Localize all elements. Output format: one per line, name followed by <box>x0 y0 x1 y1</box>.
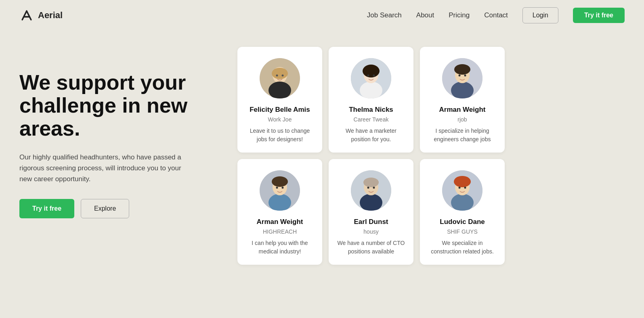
svg-point-23 <box>282 187 284 189</box>
svg-point-29 <box>373 187 375 189</box>
svg-point-19 <box>269 194 291 211</box>
card-company: HIGHREACH <box>263 228 297 235</box>
svg-point-5 <box>282 75 284 77</box>
card-name: Thelma Nicks <box>349 106 393 114</box>
header: Aerial Job Search About Pricing Contact … <box>0 0 644 31</box>
card-desc: We have a marketer position for you. <box>336 127 406 144</box>
card-avatar <box>442 58 482 98</box>
card-company: Work Joe <box>268 116 292 123</box>
hero-buttons: Try it free Explore <box>19 199 221 218</box>
svg-point-13 <box>451 82 474 98</box>
card-desc: I can help you with the medical industry… <box>245 239 315 256</box>
card-name: Earl Dunst <box>354 218 388 226</box>
card-company: housy <box>363 228 378 235</box>
card-avatar <box>260 170 300 211</box>
card-company: SHIF GUYS <box>447 228 477 235</box>
svg-point-3 <box>272 68 288 79</box>
svg-point-17 <box>464 75 466 77</box>
svg-point-27 <box>363 178 379 187</box>
svg-point-25 <box>360 194 382 211</box>
svg-point-34 <box>459 187 461 189</box>
svg-point-2 <box>269 82 291 98</box>
card-avatar <box>442 170 482 211</box>
try-it-free-nav-button[interactable]: Try it free <box>573 8 625 23</box>
svg-point-35 <box>464 187 466 189</box>
svg-point-16 <box>459 75 461 77</box>
svg-point-31 <box>451 194 474 211</box>
card-company: Career Tweak <box>354 116 389 123</box>
card-company: rjob <box>457 116 467 123</box>
card-desc: Leave it to us to change jobs for design… <box>245 127 315 144</box>
card-name: Arman Weight <box>439 106 486 114</box>
svg-point-7 <box>360 82 382 98</box>
main-nav: Job Search About Pricing Contact Login T… <box>367 7 625 23</box>
card-desc: We have a number of CTO positions availa… <box>336 239 406 256</box>
svg-point-21 <box>272 176 288 187</box>
card-name: Felicity Belle Amis <box>250 106 310 114</box>
card-avatar <box>260 58 300 98</box>
nav-pricing[interactable]: Pricing <box>449 11 470 19</box>
card-name: Ludovic Dane <box>440 218 485 226</box>
card-avatar <box>351 170 391 211</box>
explore-button[interactable]: Explore <box>81 199 129 218</box>
card-card-1[interactable]: Felicity Belle Amis Work Joe Leave it to… <box>237 47 322 153</box>
svg-point-28 <box>367 187 369 189</box>
nav-job-search[interactable]: Job Search <box>367 11 402 19</box>
nav-about[interactable]: About <box>416 11 434 19</box>
logo-text: Aerial <box>38 10 63 21</box>
hero-title: We support your challenge in new areas. <box>19 71 221 140</box>
card-desc: We specialize in construction related jo… <box>427 239 497 256</box>
svg-point-10 <box>367 75 369 77</box>
logo-area: Aerial <box>19 8 63 23</box>
svg-point-11 <box>373 75 375 77</box>
hero-section: We support your challenge in new areas. … <box>19 47 221 218</box>
hero-description: Our highly qualified headhunters, who ha… <box>19 152 189 185</box>
card-name: Arman Weight <box>257 218 303 226</box>
card-card-2[interactable]: Thelma Nicks Career Tweak We have a mark… <box>329 47 413 153</box>
card-card-6[interactable]: Ludovic Dane SHIF GUYS We specialize in … <box>420 159 505 265</box>
svg-point-33 <box>454 176 471 187</box>
main-content: We support your challenge in new areas. … <box>0 31 644 273</box>
try-free-button[interactable]: Try it free <box>19 199 74 218</box>
card-avatar <box>351 58 391 98</box>
svg-point-9 <box>363 65 380 77</box>
svg-point-4 <box>276 75 278 77</box>
card-card-5[interactable]: Earl Dunst housy We have a number of CTO… <box>329 159 413 265</box>
card-card-3[interactable]: Arman Weight rjob I specialize in helpin… <box>420 47 505 153</box>
cards-grid: Felicity Belle Amis Work Joe Leave it to… <box>237 47 625 273</box>
nav-contact[interactable]: Contact <box>484 11 508 19</box>
svg-point-15 <box>454 64 470 75</box>
login-button[interactable]: Login <box>522 7 558 23</box>
card-desc: I specialize in helping engineers change… <box>427 127 497 144</box>
svg-point-22 <box>276 187 278 189</box>
card-card-4[interactable]: Arman Weight HIGHREACH I can help you wi… <box>237 159 322 265</box>
aerial-logo-icon <box>19 8 34 23</box>
